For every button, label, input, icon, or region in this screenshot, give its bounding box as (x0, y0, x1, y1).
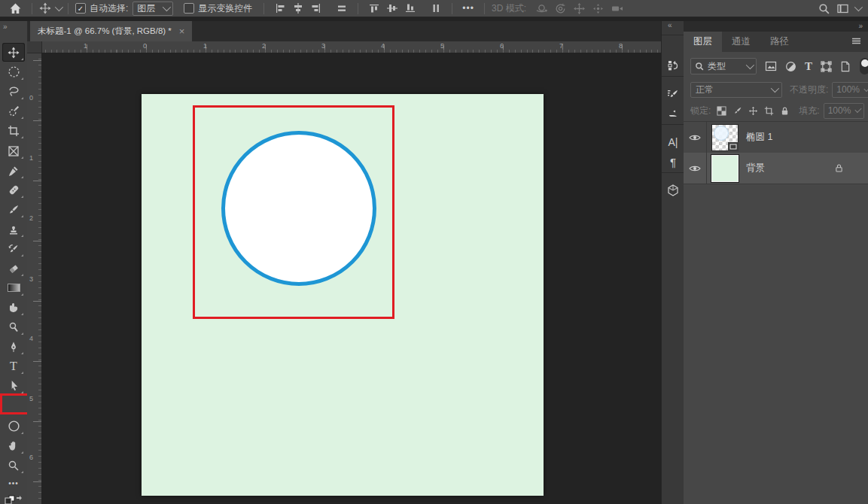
lasso-tool[interactable] (2, 82, 25, 101)
align-horizontal-centers-button[interactable] (289, 1, 307, 16)
filter-type-dropdown[interactable]: 类型 (690, 58, 757, 74)
lock-position-button[interactable] (748, 106, 758, 116)
3d-pan-button[interactable] (570, 1, 589, 16)
elliptical-marquee-tool[interactable] (2, 62, 25, 81)
ruler-number: 2 (262, 42, 266, 50)
history-panel-button[interactable] (662, 56, 684, 75)
tab-layers[interactable]: 图层 (684, 32, 722, 52)
filter-adjustment-layers-button[interactable] (785, 61, 796, 72)
eraser-tool[interactable] (2, 259, 25, 278)
lock-transparent-pixels-button[interactable] (717, 106, 726, 116)
smudge-tool[interactable] (2, 298, 25, 317)
align-left-edges-icon (274, 2, 286, 14)
layer-visibility-toggle[interactable] (684, 122, 707, 153)
document-tab[interactable]: 未标题-1 @ 66.7% (背景, RGB/8) * × (30, 21, 192, 41)
opacity-dropdown[interactable]: 100% (832, 82, 868, 98)
hand-tool[interactable] (2, 436, 25, 455)
align-right-edges-button[interactable] (307, 1, 325, 16)
layer-thumbnail[interactable] (711, 124, 739, 151)
layer-visibility-toggle[interactable] (684, 153, 707, 184)
ruler-origin-box[interactable] (27, 41, 42, 53)
distribute-vertical-button[interactable] (427, 1, 445, 16)
character-panel-button[interactable]: A| (662, 132, 684, 152)
dodge-tool[interactable] (2, 317, 25, 336)
layer-name[interactable]: 背景 (746, 162, 765, 175)
distribute-horizontal-button[interactable] (333, 1, 351, 16)
ellipse-tool[interactable] (2, 417, 25, 436)
eyedropper-tool[interactable] (2, 161, 25, 180)
clone-stamp-tool[interactable] (2, 220, 25, 238)
auto-select-checkbox[interactable]: ✓ (75, 3, 86, 14)
show-transform-checkbox[interactable] (184, 3, 194, 14)
3d-pan-icon (573, 2, 586, 15)
align-top-edges-button[interactable] (365, 1, 383, 16)
crop-tool[interactable] (2, 121, 25, 140)
auto-select-target-dropdown[interactable]: 图层 (132, 2, 173, 16)
adjustment-icon (785, 61, 796, 72)
3d-roll-button[interactable] (551, 1, 570, 16)
toolbar-expand-icon[interactable]: » (3, 23, 7, 31)
options-bar: ✓ 自动选择: 图层 显示变换控件 (0, 0, 868, 17)
auto-select-label: 自动选择: (90, 2, 128, 15)
quick-selection-tool[interactable] (2, 102, 25, 120)
filter-smart-objects-button[interactable] (840, 61, 851, 72)
type-tool[interactable]: T (2, 357, 25, 375)
gradient-tool[interactable] (2, 278, 25, 297)
shape-layers-icon (821, 61, 832, 72)
3d-orbit-icon (535, 2, 548, 15)
edit-toolbar-button[interactable]: ••• (2, 474, 25, 493)
layer-thumbnail[interactable] (711, 155, 739, 182)
image-icon (765, 61, 777, 71)
collapse-dock-icon[interactable]: « (668, 21, 672, 29)
panel-icon-dock: « A| ¶ (661, 21, 684, 504)
brushes-panel-button[interactable] (662, 104, 684, 123)
ruler-number: 5 (440, 42, 444, 50)
search-button[interactable] (815, 1, 833, 16)
paragraph-panel-button[interactable]: ¶ (662, 152, 684, 172)
layer-row-ellipse[interactable]: 椭圆 1 (684, 122, 868, 153)
spot-healing-brush-tool[interactable] (2, 181, 25, 199)
ruler-number: 1 (29, 154, 33, 162)
filter-type-layers-button[interactable]: T (805, 60, 812, 73)
panel-menu-button[interactable] (851, 36, 862, 46)
move-tool[interactable] (2, 43, 25, 62)
align-vertical-centers-button[interactable] (383, 1, 401, 16)
default-colors-button[interactable] (4, 495, 23, 504)
pen-tool[interactable] (2, 337, 25, 356)
move-tool-preset[interactable] (39, 2, 61, 14)
ruler-vertical[interactable]: 0 1 2 3 4 5 6 (27, 53, 42, 504)
filter-toggle-switch[interactable] (860, 58, 868, 74)
3d-panel-button[interactable] (662, 181, 684, 200)
lock-artboard-button[interactable] (764, 106, 774, 116)
workspace-switcher[interactable] (833, 1, 863, 16)
history-brush-tool[interactable] (2, 239, 25, 258)
more-options-button[interactable]: ••• (459, 1, 477, 16)
filter-shape-layers-button[interactable] (821, 61, 832, 72)
align-left-edges-button[interactable] (271, 1, 289, 16)
brush-tool[interactable] (2, 200, 25, 219)
3d-orbit-button[interactable] (532, 1, 551, 16)
chevron-down-icon (855, 106, 862, 113)
path-selection-tool[interactable] (2, 376, 25, 395)
collapse-panels-icon[interactable]: » (858, 22, 862, 30)
layer-name[interactable]: 椭圆 1 (746, 131, 772, 144)
fill-dropdown[interactable]: 100% (824, 103, 864, 119)
padlock-icon (780, 106, 790, 116)
frame-tool[interactable] (2, 141, 25, 160)
lock-image-pixels-button[interactable] (732, 106, 742, 116)
canvas-document[interactable] (142, 94, 544, 496)
align-bottom-edges-button[interactable] (401, 1, 419, 16)
home-button[interactable] (6, 1, 25, 16)
3d-slide-button[interactable] (589, 1, 608, 16)
layer-row-background[interactable]: 背景 (684, 153, 868, 184)
lock-all-button[interactable] (780, 106, 790, 116)
close-tab-icon[interactable]: × (179, 26, 185, 36)
filter-image-layers-button[interactable] (765, 61, 777, 71)
3d-camera-button[interactable] (608, 1, 627, 16)
brush-settings-panel-button[interactable] (662, 84, 684, 104)
blend-mode-dropdown[interactable]: 正常 (690, 82, 782, 98)
zoom-tool[interactable] (2, 456, 25, 475)
tab-channels[interactable]: 通道 (722, 32, 760, 52)
tab-paths[interactable]: 路径 (760, 32, 799, 52)
ruler-horizontal[interactable]: 1 0 1 2 3 4 5 6 7 8 (27, 41, 661, 53)
